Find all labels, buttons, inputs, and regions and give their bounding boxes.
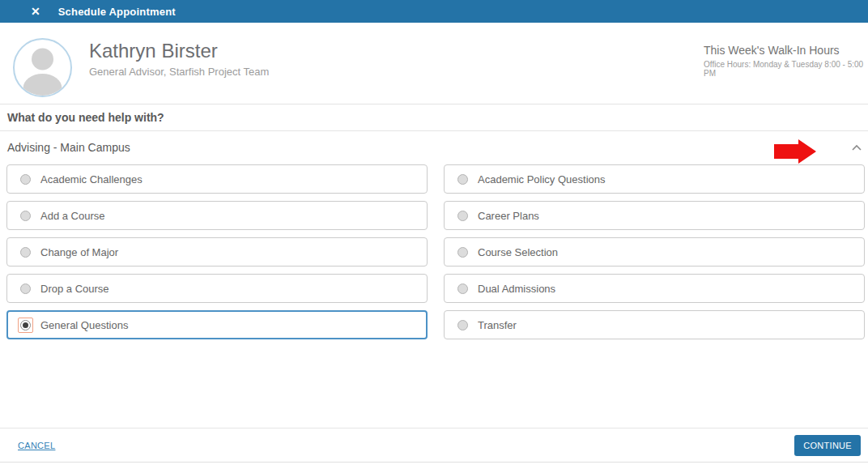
dialog-title: Schedule Appointment <box>58 6 176 18</box>
question-heading: What do you need help with? <box>7 111 164 124</box>
radio-focus-ring <box>455 318 470 333</box>
radio-button[interactable] <box>20 211 31 221</box>
radio-button[interactable] <box>20 284 31 294</box>
option-drop-a-course[interactable]: Drop a Course <box>6 274 428 303</box>
radio-focus-ring <box>18 245 33 260</box>
advisor-name: Kathryn Birster <box>89 40 269 62</box>
dialog-titlebar: ✕ Schedule Appointment <box>0 0 868 23</box>
radio-focus-ring <box>18 281 33 296</box>
radio-focus-ring <box>455 281 470 296</box>
collapse-section-button[interactable] <box>850 142 863 153</box>
radio-button[interactable] <box>457 211 468 221</box>
walkin-hours-detail: Office Hours: Monday & Tuesday 8:00 - 5:… <box>704 60 868 78</box>
option-academic-policy-questions[interactable]: Academic Policy Questions <box>444 164 865 194</box>
option-add-a-course[interactable]: Add a Course <box>6 201 428 230</box>
section-row-advising: Advising - Main Campus <box>0 131 868 164</box>
radio-focus-ring <box>18 208 33 224</box>
option-change-of-major[interactable]: Change of Major <box>6 237 428 266</box>
advisor-header: Kathryn Birster General Advisor, Starfis… <box>0 23 868 104</box>
radio-focus-ring <box>455 245 470 260</box>
dialog-footer: CANCEL CONTINUE <box>0 428 868 463</box>
continue-button[interactable]: CONTINUE <box>794 435 861 456</box>
option-course-selection[interactable]: Course Selection <box>444 237 865 266</box>
radio-focus-ring <box>455 208 470 224</box>
option-general-questions[interactable]: General Questions <box>6 310 428 339</box>
walkin-hours-title: This Week's Walk-In Hours <box>704 44 868 57</box>
option-label: Dual Admissions <box>478 283 555 295</box>
question-heading-row: What do you need help with? <box>0 104 868 131</box>
radio-focus-ring <box>455 172 470 187</box>
option-label: Academic Policy Questions <box>478 173 606 185</box>
radio-focus-ring <box>18 172 33 187</box>
section-label: Advising - Main Campus <box>7 141 130 154</box>
option-label: Drop a Course <box>40 283 109 295</box>
cancel-link[interactable]: CANCEL <box>18 441 55 450</box>
close-icon[interactable]: ✕ <box>31 6 40 17</box>
red-arrow-annotation <box>774 139 816 164</box>
option-label: Change of Major <box>40 246 118 258</box>
radio-button[interactable] <box>457 284 468 294</box>
radio-button[interactable] <box>20 247 31 258</box>
option-label: Add a Course <box>40 210 105 222</box>
option-academic-challenges[interactable]: Academic Challenges <box>6 164 428 194</box>
avatar <box>13 38 72 97</box>
options-grid: Academic Challenges Academic Policy Ques… <box>6 164 865 339</box>
option-label: Transfer <box>478 319 517 331</box>
person-silhouette-icon <box>15 40 70 96</box>
option-label: General Questions <box>40 319 128 331</box>
option-career-plans[interactable]: Career Plans <box>444 201 865 230</box>
option-label: Academic Challenges <box>40 173 143 185</box>
option-label: Course Selection <box>478 246 558 258</box>
option-label: Career Plans <box>478 210 539 222</box>
advisor-role: General Advisor, Starfish Project Team <box>89 66 269 78</box>
chevron-up-icon <box>852 144 862 151</box>
radio-button[interactable] <box>457 174 468 185</box>
radio-button[interactable] <box>457 247 468 258</box>
option-dual-admissions[interactable]: Dual Admissions <box>444 274 865 303</box>
radio-focus-ring <box>18 318 33 333</box>
radio-button[interactable] <box>20 320 31 330</box>
radio-button[interactable] <box>20 174 31 185</box>
radio-button[interactable] <box>457 320 468 330</box>
option-transfer[interactable]: Transfer <box>444 310 865 339</box>
